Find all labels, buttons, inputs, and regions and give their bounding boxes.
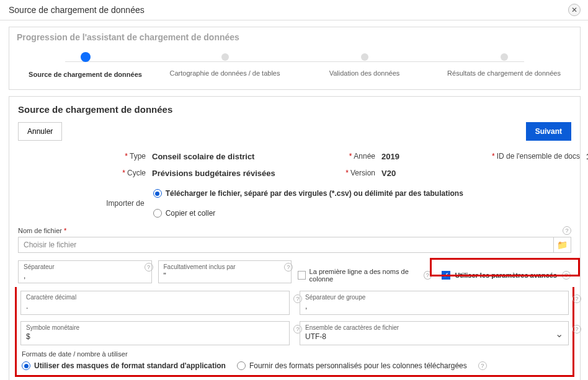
browse-folder-icon[interactable]: 📁 (553, 237, 571, 252)
step-validation[interactable]: Validation des données (295, 53, 434, 77)
help-icon[interactable]: ? (145, 263, 153, 272)
close-icon: ✕ (571, 6, 577, 14)
radio-copy-paste[interactable]: Copier et coller (153, 209, 216, 218)
radio-icon (153, 189, 162, 198)
radio-icon (153, 209, 162, 218)
progress-heading: Progression de l'assistant de chargement… (9, 27, 580, 42)
format-options: Utiliser des masques de format standard … (20, 361, 569, 370)
help-icon[interactable]: ? (562, 271, 571, 280)
step-dot-icon (361, 53, 368, 61)
help-icon[interactable]: ? (284, 263, 293, 272)
help-icon[interactable]: ? (572, 325, 581, 334)
file-name-block: Nom de fichier* ? Choisir le fichier 📁 (9, 224, 580, 258)
file-placeholder: Choisir le fichier (19, 241, 553, 249)
form-panel: Source de chargement de données Annuler … (9, 96, 581, 380)
close-button[interactable]: ✕ (568, 4, 581, 16)
decimal-char-field[interactable]: Caractère décimal . (20, 291, 290, 315)
step-dot-icon (81, 52, 91, 62)
step-results[interactable]: Résultats de chargement de données (434, 53, 574, 77)
advanced-checkbox[interactable]: ✓ (442, 271, 450, 280)
import-row: Importer de Télécharger le fichier, sépa… (9, 185, 580, 224)
advanced-checkbox-row: ✓ Utiliser les paramètres avancés ? (438, 260, 572, 283)
stepper: Source de chargement de données Cartogra… (9, 42, 580, 89)
enclosed-by-field[interactable]: Facultativement inclus par " (158, 260, 292, 283)
label-formats: Formats de date / nombre à utiliser (22, 350, 568, 358)
action-row: Annuler Suivant (9, 115, 580, 148)
help-icon[interactable]: ? (478, 361, 487, 370)
next-button[interactable]: Suivant (526, 122, 571, 141)
charset-select[interactable]: Ensemble de caractères de fichier UTF-8 (300, 321, 569, 345)
section-title: Source de chargement de données (9, 97, 580, 115)
step-dot-icon (501, 53, 508, 61)
step-dot-icon (221, 53, 229, 61)
step-label: Validation des données (329, 69, 400, 77)
label-year: *Année (301, 152, 375, 161)
label-filename: Nom de fichier* (18, 227, 66, 234)
help-icon[interactable]: ? (563, 226, 571, 235)
value-cycle: Prévisions budgétaires révisées (152, 169, 295, 178)
currency-symbol-field[interactable]: Symbole monétaire $ (20, 321, 290, 345)
help-icon[interactable]: ? (572, 294, 581, 303)
radio-upload-file[interactable]: Télécharger le fichier, séparé par des v… (153, 189, 463, 198)
modal-title: Source de chargement de données (9, 5, 145, 15)
value-year: 2019 (381, 152, 462, 161)
progress-panel: Progression de l'assistant de chargement… (9, 27, 581, 90)
radio-app-format[interactable]: Utiliser des masques de format standard … (22, 361, 226, 370)
advanced-area: Caractère décimal . ? Séparateur de grou… (15, 287, 574, 377)
group-sep-field[interactable]: Séparateur de groupe , (300, 291, 569, 315)
meta-grid: *Type Conseil scolaire de district *Anné… (9, 148, 580, 185)
step-mapping[interactable]: Cartographie de données / de tables (155, 53, 295, 77)
radio-custom-format[interactable]: Fournir des formats personnalisés pour l… (237, 361, 467, 370)
cancel-button[interactable]: Annuler (18, 122, 62, 141)
radio-icon (237, 361, 246, 370)
value-type: Conseil scolaire de district (152, 152, 295, 161)
first-row-checkbox-row: La première ligne a des noms de colonne … (298, 260, 432, 283)
help-icon[interactable]: ? (424, 271, 432, 280)
label-cycle: *Cycle (59, 169, 146, 177)
separator-row: Séparateur , ? Facultativement inclus pa… (9, 258, 580, 287)
label-version: *Version (301, 169, 375, 177)
value-version: V20 (381, 169, 462, 178)
import-options: Télécharger le fichier, séparé par des v… (153, 189, 530, 218)
radio-icon (22, 361, 30, 370)
modal-body: Progression de l'assistant de chargement… (0, 20, 588, 380)
file-input[interactable]: Choisir le fichier 📁 (18, 237, 571, 253)
separator-field[interactable]: Séparateur , (18, 260, 152, 283)
step-label: Source de chargement de données (29, 71, 142, 78)
label-import-from: Importer de (59, 199, 145, 208)
first-row-checkbox[interactable] (298, 271, 306, 280)
modal-header: Source de chargement de données ✕ (0, 0, 588, 20)
step-source[interactable]: Source de chargement de données (16, 53, 155, 78)
step-label: Cartographie de données / de tables (170, 69, 280, 77)
label-type: *Type (59, 152, 146, 161)
step-label: Résultats de chargement de données (447, 69, 561, 77)
label-docset: *ID de l'ensemble de docs (468, 152, 580, 161)
